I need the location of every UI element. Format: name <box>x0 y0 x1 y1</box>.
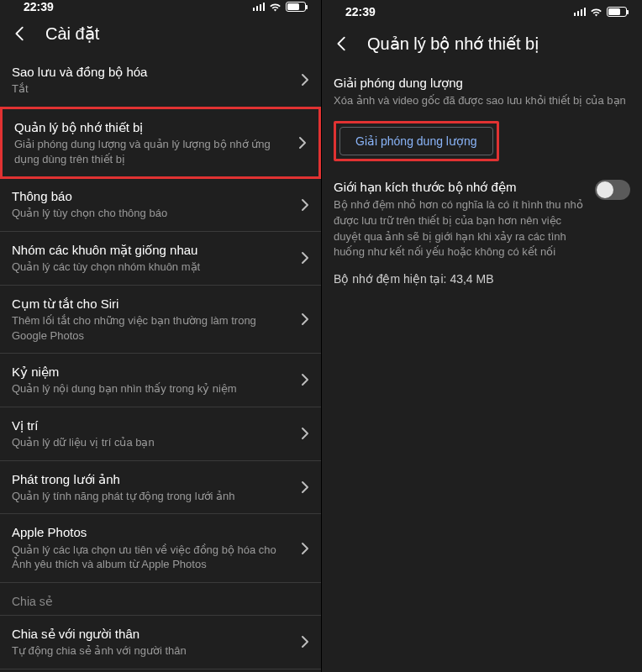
block-desc: Xóa ảnh và video gốc đã được sao lưu khỏ… <box>334 93 630 109</box>
row-memories[interactable]: Kỷ niệm Quản lý nội dung bạn nhìn thấy t… <box>0 354 321 407</box>
free-space-action: Giải phóng dung lượng <box>322 113 642 173</box>
signal-icon <box>574 8 587 16</box>
row-location[interactable]: Vị trí Quản lý dữ liệu vị trí của bạn <box>0 407 321 461</box>
row-grid-playback[interactable]: Phát trong lưới ảnh Quản lý tính năng ph… <box>0 461 321 515</box>
row-title: Phát trong lưới ảnh <box>12 471 292 488</box>
chevron-right-icon <box>301 427 309 440</box>
row-title: Apple Photos <box>12 524 292 541</box>
row-sub: Tự động chia sẻ ảnh với người thân <box>12 643 292 659</box>
chevron-right-icon <box>301 73 309 87</box>
nav-header: Cài đặt <box>0 13 321 54</box>
block-desc: Bộ nhớ đệm nhỏ hơn có nghĩa là có ít hìn… <box>334 197 587 260</box>
row-title: Chia sẻ với người thân <box>12 626 292 643</box>
page-title: Quản lý bộ nhớ thiết bị <box>367 34 539 54</box>
status-bar: 22:39 <box>322 0 642 24</box>
row-title: Vị trí <box>12 417 292 434</box>
highlight-annotation: Giải phóng dung lượng <box>334 121 499 161</box>
cache-limit-toggle[interactable] <box>595 180 630 200</box>
row-share-family[interactable]: Chia sẻ với người thân Tự động chia sẻ ả… <box>0 616 321 669</box>
chevron-left-icon <box>11 24 29 43</box>
back-button[interactable] <box>8 22 32 45</box>
row-apple-photos[interactable]: Apple Photos Quản lý các lựa chọn ưu tiê… <box>0 514 321 582</box>
wifi-icon <box>269 3 282 12</box>
back-button[interactable] <box>330 32 354 55</box>
row-title: Kỷ niệm <box>12 364 292 381</box>
cache-current-line: Bộ nhớ đệm hiện tại: 43,4 MB <box>322 260 642 297</box>
status-indicators <box>574 7 628 17</box>
chevron-right-icon <box>301 373 309 386</box>
free-space-block: Giải phóng dung lượng Xóa ảnh và video g… <box>322 64 642 113</box>
section-share-label: Chia sẻ <box>0 583 321 616</box>
block-title: Giới hạn kích thước bộ nhớ đệm <box>334 180 587 195</box>
chevron-right-icon <box>301 251 309 265</box>
row-title: Thông báo <box>12 188 292 205</box>
row-manage-storage[interactable]: Quản lý bộ nhớ thiết bị Giải phóng dung … <box>0 107 321 179</box>
row-face-groups[interactable]: Nhóm các khuôn mặt giống nhau Quản lý cá… <box>0 232 321 286</box>
status-time: 22:39 <box>345 5 376 18</box>
row-sub: Quản lý tùy chọn cho thông báo <box>12 206 292 221</box>
free-space-button[interactable]: Giải phóng dung lượng <box>339 127 493 155</box>
row-sub: Tắt <box>12 81 292 97</box>
battery-icon <box>286 2 306 12</box>
chevron-left-icon <box>333 34 351 53</box>
row-sub: Quản lý các lựa chọn ưu tiên về việc đồn… <box>12 543 292 572</box>
phone-right: 22:39 Quản lý bộ nhớ thiết bị Giải phóng… <box>321 0 642 672</box>
chevron-right-icon <box>301 312 309 326</box>
block-title: Giải phóng dung lượng <box>334 76 630 91</box>
chevron-right-icon <box>301 635 309 648</box>
row-sub: Quản lý các tùy chọn nhóm khuôn mặt <box>12 260 292 275</box>
chevron-right-icon <box>301 480 309 494</box>
row-title: Quản lý bộ nhớ thiết bị <box>14 119 290 136</box>
row-sub: Quản lý nội dung bạn nhìn thấy trong kỷ … <box>12 381 292 396</box>
cache-limit-block: Giới hạn kích thước bộ nhớ đệm Bộ nhớ đệ… <box>322 173 642 260</box>
page-title: Cài đặt <box>45 24 99 44</box>
row-title: Nhóm các khuôn mặt giống nhau <box>12 242 292 259</box>
row-title: Cụm từ tắt cho Siri <box>12 296 292 312</box>
nav-header: Quản lý bộ nhớ thiết bị <box>322 24 642 64</box>
row-sub: Giải phóng dung lượng và quản lý lượng b… <box>14 137 290 166</box>
row-sub: Quản lý tính năng phát tự động trong lướ… <box>12 489 292 504</box>
row-notifications[interactable]: Thông báo Quản lý tùy chọn cho thông báo <box>0 178 321 232</box>
row-backup-sync[interactable]: Sao lưu và đồng bộ hóa Tắt <box>0 54 321 108</box>
battery-icon <box>607 7 627 17</box>
row-title: Sao lưu và đồng bộ hóa <box>12 64 292 81</box>
chevron-right-icon <box>301 198 309 212</box>
chevron-right-icon <box>298 136 307 150</box>
status-bar: 22:39 <box>0 0 321 13</box>
chevron-right-icon <box>301 542 309 555</box>
row-hide-video[interactable]: Ẩn video khỏi ảnh chuyển động Người khác… <box>0 669 321 672</box>
status-time: 22:39 <box>24 0 54 13</box>
row-siri-shortcuts[interactable]: Cụm từ tắt cho Siri Thêm lối tắt cho nhữ… <box>0 286 321 354</box>
signal-icon <box>253 3 266 11</box>
row-sub: Thêm lối tắt cho những việc bạn thường l… <box>12 313 292 343</box>
settings-list: Sao lưu và đồng bộ hóa Tắt Quản lý bộ nh… <box>0 54 321 672</box>
row-sub: Quản lý dữ liệu vị trí của bạn <box>12 435 292 450</box>
status-indicators <box>253 2 307 12</box>
wifi-icon <box>590 8 603 17</box>
phone-left: 22:39 Cài đặt Sao lưu và đồng bộ hóa Tắt… <box>0 0 321 672</box>
